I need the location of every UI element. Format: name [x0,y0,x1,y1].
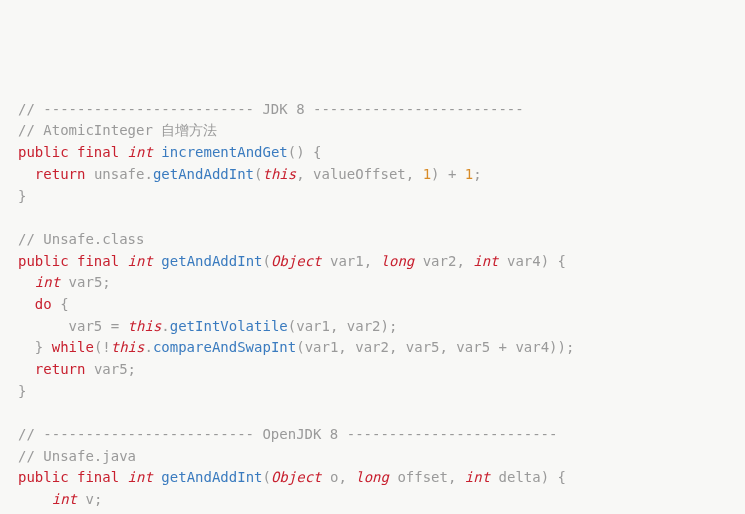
comment-line: // Unsafe.class [18,231,144,247]
id-var2: var2 [347,318,381,334]
keyword-while: while [52,339,94,355]
keyword-this: this [128,318,162,334]
id-var4: var4 [515,339,549,355]
keyword-return: return [35,166,86,182]
type-int: int [465,469,490,485]
type-object: Object [271,253,322,269]
param-offset: offset [397,469,448,485]
type-long: long [381,253,415,269]
id-var1: var1 [305,339,339,355]
keyword-final: final [77,253,119,269]
keyword-this: this [111,339,145,355]
id-var5: var5 [456,339,490,355]
num-literal: 1 [423,166,431,182]
param-delta: delta [499,469,541,485]
keyword-final: final [77,144,119,160]
type-int: int [52,491,77,507]
keyword-return: return [35,361,86,377]
keyword-final: final [77,469,119,485]
fn-getandaddint: getAndAddInt [153,166,254,182]
comment-line: // AtomicInteger 自增方法 [18,122,217,138]
type-int: int [128,469,153,485]
id-var5: var5 [406,339,440,355]
keyword-do: do [35,296,52,312]
id-var1: var1 [296,318,330,334]
code-block: // ------------------------- JDK 8 -----… [18,99,727,514]
num-literal: 1 [465,166,473,182]
comment-line: // ------------------------- OpenJDK 8 -… [18,426,557,442]
keyword-public: public [18,144,69,160]
keyword-public: public [18,253,69,269]
keyword-this: this [262,166,296,182]
type-long: long [355,469,389,485]
fn-compareandswapint: compareAndSwapInt [153,339,296,355]
type-int: int [128,144,153,160]
comment-line: // Unsafe.java [18,448,136,464]
param-var1: var1 [330,253,364,269]
keyword-public: public [18,469,69,485]
param-var2: var2 [423,253,457,269]
type-int: int [35,274,60,290]
id-var5: var5 [69,274,103,290]
type-object: Object [271,469,322,485]
id-valueoffset: valueOffset [313,166,406,182]
fn-getandaddint: getAndAddInt [161,469,262,485]
id-v: v [85,491,93,507]
fn-incrementandget: incrementAndGet [161,144,287,160]
type-int: int [128,253,153,269]
type-int: int [473,253,498,269]
comment-line: // ------------------------- JDK 8 -----… [18,101,524,117]
id-unsafe: unsafe [94,166,145,182]
fn-getandaddint: getAndAddInt [161,253,262,269]
id-var5: var5 [69,318,103,334]
id-var5: var5 [94,361,128,377]
param-var4: var4 [507,253,541,269]
fn-getintvolatile: getIntVolatile [170,318,288,334]
id-var2: var2 [355,339,389,355]
